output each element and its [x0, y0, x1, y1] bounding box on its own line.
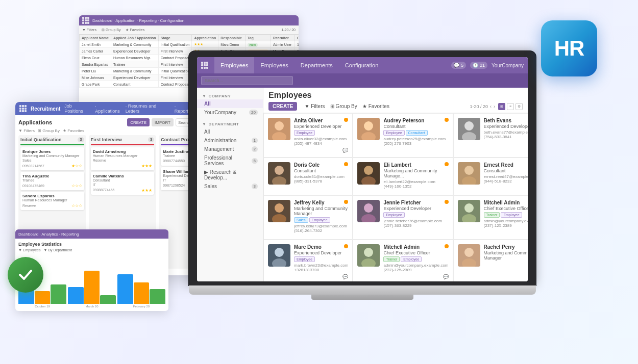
nav-item-configuration[interactable]: Configuration [339, 57, 384, 73]
filters-button[interactable]: ▼ Filters [304, 103, 325, 109]
app-topnav: Employees Employees Departments Configur… [197, 57, 528, 73]
ss-groupby: ⊞ Group By [102, 28, 121, 32]
kanban-card[interactable]: Camille Watkins Consultant IT 0908877445… [91, 172, 155, 195]
rec-create-button[interactable]: CREATE [127, 118, 150, 126]
employee-card[interactable]: Marc Demo Experienced Developer Employee… [263, 240, 353, 281]
rec-nav-applications[interactable]: · Applications [95, 103, 121, 114]
employee-role: Chief Executive Officer [484, 206, 528, 211]
employee-card[interactable]: Jeffrey Kelly Marketing and Community Ma… [263, 195, 353, 240]
employee-card[interactable]: Jennie Fletcher Experienced Developer Em… [353, 195, 453, 240]
rec-import-button[interactable]: IMPORT [152, 118, 174, 126]
svg-point-25 [464, 203, 474, 213]
employee-card[interactable]: Mitchell Admin Chief Executive Officer T… [353, 240, 453, 281]
sidebar-item-research[interactable]: ▶ Research & Develop... [197, 168, 263, 182]
check-icon [16, 266, 35, 284]
sidebar-item-all-company[interactable]: All [197, 99, 263, 108]
action-filters: ▼ Filters ⊞ Group By ★ F [304, 103, 389, 109]
settings-view-button[interactable]: ⚙ [516, 103, 523, 110]
card-footer: ★★★ [93, 164, 153, 168]
bar-orange-2 [84, 271, 100, 304]
view-icons: ⊞ ≡ ⚙ [498, 103, 523, 110]
favorites-button[interactable]: ★ Favorites [362, 103, 389, 109]
nav-badge-activities[interactable]: 🕐 21 [470, 62, 487, 69]
col-progress-bar [91, 144, 155, 145]
bar-green-3 [150, 289, 165, 304]
kanban-card[interactable]: Tina Augustle Trainee 09108475469 ☆☆☆ [20, 172, 84, 190]
card-tag: Sales [22, 159, 82, 162]
rec-groupby-btn[interactable]: ⊞ Group By [38, 128, 60, 133]
svg-point-10 [275, 166, 284, 175]
filter-dept[interactable]: ▼ By Department [44, 248, 72, 252]
rec-fav-btn[interactable]: ★ Favorites [63, 128, 84, 133]
card-role: Consultant [93, 178, 153, 182]
employee-card[interactable]: Mitchell Admin Chief Executive Officer T… [453, 195, 528, 240]
employee-card[interactable]: Audrey Peterson Consultant Employee Cons… [353, 113, 453, 158]
employee-role: Consultant [383, 124, 448, 129]
sidebar-item-yourcompany[interactable]: YourCompany 20 [197, 108, 263, 117]
cell-name: Janet Smith [80, 41, 111, 48]
nav-badge-messages[interactable]: 💬 5 [451, 62, 466, 69]
page-title: Employees [268, 91, 523, 100]
avatar-img [458, 244, 480, 267]
hr-badge-text: HR [554, 36, 584, 61]
employee-card[interactable]: Doris Cole Consultant doris.cole31@examp… [263, 158, 353, 195]
employee-info: Audrey Peterson Consultant Employee Cons… [383, 118, 448, 146]
tag: Employee [501, 212, 522, 218]
cell-name: Peter Liu [80, 68, 111, 74]
cell-job: Trainee [111, 61, 158, 68]
employee-email: audrey.peterson25@example.com [383, 137, 448, 141]
kanban-card[interactable]: Enrique Jones Marketing and Community Ma… [20, 147, 84, 170]
employee-role: Experienced Developer [294, 250, 348, 255]
sidebar-item-sales[interactable]: Sales 3 [197, 182, 263, 191]
employee-phone: (237)-125-2389 [484, 223, 528, 228]
nav-item-departments[interactable]: Departments [295, 57, 339, 73]
sidebar-item-professional-services[interactable]: Professional Services 5 [197, 153, 263, 168]
sidebar-item-management[interactable]: Management 2 [197, 145, 263, 153]
filter-employees[interactable]: ▼ Employees [18, 248, 41, 252]
search-input[interactable] [201, 76, 293, 85]
avatar-img [357, 244, 380, 267]
rec-nav-resumes[interactable]: · Resumes and Letters [126, 103, 170, 114]
ss-toolbar: ▼ Filters ⊞ Group By ★ Favorites 1-20 / … [79, 25, 299, 35]
employee-card[interactable]: Ernest Reed Consultant ernest.reed47@exa… [453, 158, 528, 195]
check-badge [8, 257, 43, 293]
svg-point-31 [364, 248, 373, 257]
svg-point-13 [364, 166, 373, 175]
chart-label-2: March 20 [68, 305, 116, 308]
prev-button[interactable]: ‹ [490, 104, 492, 109]
group-by-button[interactable]: ⊞ Group By [330, 103, 357, 109]
employee-card[interactable]: Anita Oliver Experienced Developer Emplo… [263, 113, 353, 158]
employee-card[interactable]: Beth Evans Experienced Developer beth.ev… [453, 113, 528, 158]
nav-item-employees-sub[interactable]: Employees [254, 57, 294, 73]
apps-icon[interactable] [201, 62, 208, 69]
kanban-view-button[interactable]: ⊞ [498, 103, 505, 110]
kanban-card[interactable]: David Armstrong Human Resources Manager … [91, 147, 155, 170]
laptop-screen: Employees Employees Departments Configur… [197, 57, 528, 281]
list-view-button[interactable]: ≡ [507, 103, 514, 110]
bar-green-2 [100, 295, 116, 304]
employee-email: admin@yourcompany.example.com [484, 219, 528, 223]
chart-group-3 [117, 274, 165, 304]
svg-point-22 [364, 203, 373, 213]
employee-card[interactable]: Rachel Perry Marketing and Community Man… [453, 240, 528, 281]
employee-tags: Employee [383, 212, 448, 218]
nav-company[interactable]: YourCompany [492, 63, 524, 68]
svg-point-28 [275, 248, 284, 257]
employee-name: Rachel Perry [484, 244, 528, 250]
rec-filter-btn[interactable]: ▼ Filters [18, 128, 35, 133]
kanban-card[interactable]: Sandra Esparias Human Resources Manager … [20, 192, 84, 210]
sidebar-item-all-dept[interactable]: All [197, 127, 263, 136]
sidebar-item-administration[interactable]: Administration 1 [197, 136, 263, 145]
next-button[interactable]: › [494, 104, 495, 109]
employee-card[interactable]: Eli Lambert Marketing and Community Mana… [353, 158, 453, 195]
col-tag: Tag [245, 35, 271, 41]
nav-item-employees[interactable]: Employees [214, 57, 254, 73]
avatar-img [458, 118, 480, 140]
content-header: Employees CREATE ▼ Filters ⊞ [263, 88, 528, 113]
employee-name: Beth Evans [484, 118, 528, 123]
rec-nav-job-positions[interactable]: Job Positions [64, 103, 91, 114]
chat-icon: 💬 [443, 274, 449, 279]
create-button[interactable]: CREATE [268, 102, 297, 111]
table-row: Janet Smith Marketing & Community Initia… [80, 41, 299, 48]
cell-stars: ★★★ [192, 41, 218, 48]
